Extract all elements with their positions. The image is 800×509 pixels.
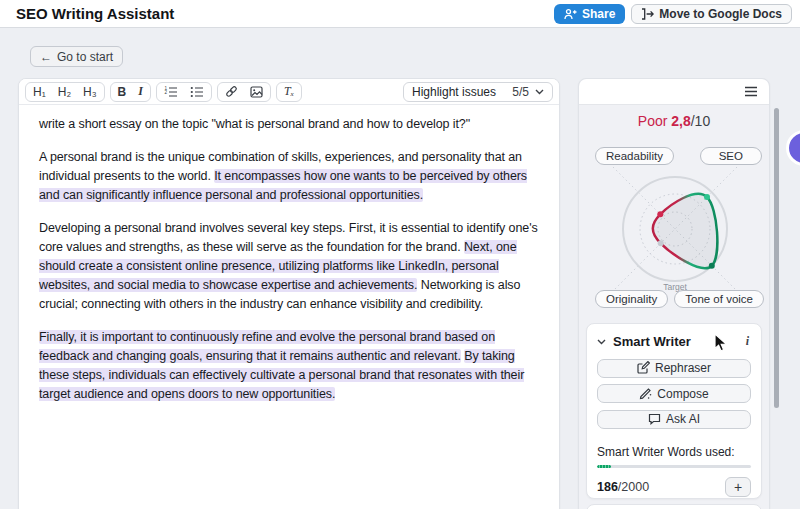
score-value: 2,8 bbox=[671, 113, 690, 129]
go-to-start-button[interactable]: ← Go to start bbox=[30, 46, 123, 67]
editor-text[interactable]: Developing a personal brand involves sev… bbox=[39, 221, 538, 254]
h1-button[interactable]: H₁ bbox=[27, 83, 52, 101]
score-max: /10 bbox=[691, 113, 710, 129]
words-used-count: 186 bbox=[597, 480, 618, 494]
words-progress-bar bbox=[597, 465, 751, 468]
rephraser-label: Rephraser bbox=[655, 361, 711, 375]
svg-text:2: 2 bbox=[165, 90, 168, 95]
originality-pill[interactable]: Originality bbox=[595, 290, 668, 308]
app-header: SEO Writing Assistant Share Move to Goog… bbox=[0, 0, 800, 28]
radar-point-seo bbox=[704, 194, 710, 200]
export-icon bbox=[641, 8, 654, 20]
editor-paragraph[interactable]: write a short essay on the topic "what i… bbox=[39, 115, 539, 134]
share-button[interactable]: Share bbox=[554, 4, 625, 24]
radar-blob bbox=[653, 194, 718, 268]
insert-group bbox=[217, 82, 271, 102]
tone-of-voice-pill[interactable]: Tone of voice bbox=[674, 290, 764, 308]
italic-button[interactable]: I bbox=[132, 83, 149, 101]
highlighted-issue-text[interactable]: Finally, it is important to continuously… bbox=[39, 330, 495, 363]
smart-writer-title: Smart Writer bbox=[613, 334, 691, 349]
go-to-start-label: Go to start bbox=[57, 50, 113, 64]
radar-point-originality bbox=[658, 240, 664, 246]
chevron-down-icon bbox=[597, 339, 606, 345]
heading-group: H₁ H₂ H₃ bbox=[25, 82, 105, 102]
ask-ai-button[interactable]: Ask AI bbox=[597, 410, 751, 429]
arrow-left-icon: ← bbox=[40, 51, 52, 63]
compose-label: Compose bbox=[657, 387, 708, 401]
overall-score: Poor 2,8/10 bbox=[579, 113, 769, 129]
image-icon bbox=[250, 86, 263, 98]
editor-card: H₁ H₂ H₃ B I 12 bbox=[18, 78, 560, 509]
list-group: 12 bbox=[156, 82, 212, 102]
compose-button[interactable]: Compose bbox=[597, 384, 751, 403]
add-words-button[interactable]: + bbox=[725, 477, 751, 497]
pen-icon bbox=[639, 387, 652, 400]
radar-point-readability bbox=[657, 211, 663, 217]
highlight-issues-select[interactable]: Highlight issues 5/5 bbox=[403, 82, 553, 102]
editor-paragraph[interactable]: Finally, it is important to continuously… bbox=[39, 328, 539, 404]
words-count-row: 186 /2000 + bbox=[597, 477, 751, 497]
panel-body: Poor 2,8/10 Readability SEO Target Origi… bbox=[579, 105, 769, 509]
clear-format-group: Tₓ bbox=[276, 82, 302, 102]
bullet-list-icon bbox=[190, 86, 204, 98]
highlight-issues-label: Highlight issues bbox=[412, 85, 496, 99]
style-group: B I bbox=[110, 82, 151, 102]
floating-action-button[interactable] bbox=[786, 130, 800, 166]
page-title: SEO Writing Assistant bbox=[16, 5, 174, 22]
edit-icon bbox=[637, 361, 650, 374]
info-icon[interactable]: i bbox=[744, 334, 751, 349]
editor-toolbar: H₁ H₂ H₃ B I 12 bbox=[19, 79, 559, 105]
rephraser-button[interactable]: Rephraser bbox=[597, 359, 751, 378]
bold-button[interactable]: B bbox=[112, 83, 133, 101]
next-section-card bbox=[586, 504, 762, 509]
editor-paragraph[interactable]: A personal brand is the unique combinati… bbox=[39, 148, 539, 205]
move-label: Move to Google Docs bbox=[659, 7, 782, 21]
move-to-google-docs-button[interactable]: Move to Google Docs bbox=[631, 4, 792, 24]
smart-writer-card: Smart Writer i Rephraser Compose Ask AI … bbox=[586, 323, 762, 499]
editor-content[interactable]: write a short essay on the topic "what i… bbox=[19, 105, 559, 428]
editor-paragraph[interactable]: Developing a personal brand involves sev… bbox=[39, 219, 539, 314]
highlight-issues-count: 5/5 bbox=[512, 85, 529, 99]
bullet-list-button[interactable] bbox=[184, 83, 210, 101]
words-limit: /2000 bbox=[618, 480, 649, 494]
ordered-list-button[interactable]: 12 bbox=[158, 83, 184, 101]
h2-button[interactable]: H₂ bbox=[52, 83, 77, 101]
link-button[interactable] bbox=[219, 83, 244, 101]
words-used-label: Smart Writer Words used: bbox=[597, 445, 751, 459]
image-button[interactable] bbox=[244, 83, 269, 101]
link-icon bbox=[225, 85, 238, 98]
panel-topbar bbox=[579, 79, 769, 105]
chevron-down-icon bbox=[535, 89, 544, 95]
ask-ai-label: Ask AI bbox=[666, 412, 700, 426]
score-label: Poor bbox=[638, 113, 671, 129]
ordered-list-icon: 12 bbox=[164, 86, 178, 98]
chat-bubble-icon bbox=[648, 413, 661, 425]
clear-formatting-button[interactable]: Tₓ bbox=[278, 83, 300, 101]
share-label: Share bbox=[582, 7, 615, 21]
target-radar-chart: Target bbox=[579, 153, 770, 303]
h3-button[interactable]: H₃ bbox=[77, 83, 103, 101]
score-panel: Poor 2,8/10 Readability SEO Target Origi… bbox=[578, 78, 770, 509]
words-progress-fill bbox=[597, 465, 611, 468]
smart-writer-header[interactable]: Smart Writer i bbox=[597, 334, 751, 349]
vertical-scrollbar[interactable] bbox=[774, 108, 779, 408]
hamburger-menu-icon[interactable] bbox=[744, 86, 758, 97]
person-add-icon bbox=[564, 8, 577, 20]
radar-point-tone-of-voice bbox=[709, 263, 715, 269]
editor-text[interactable]: write a short essay on the topic "what i… bbox=[39, 117, 470, 131]
